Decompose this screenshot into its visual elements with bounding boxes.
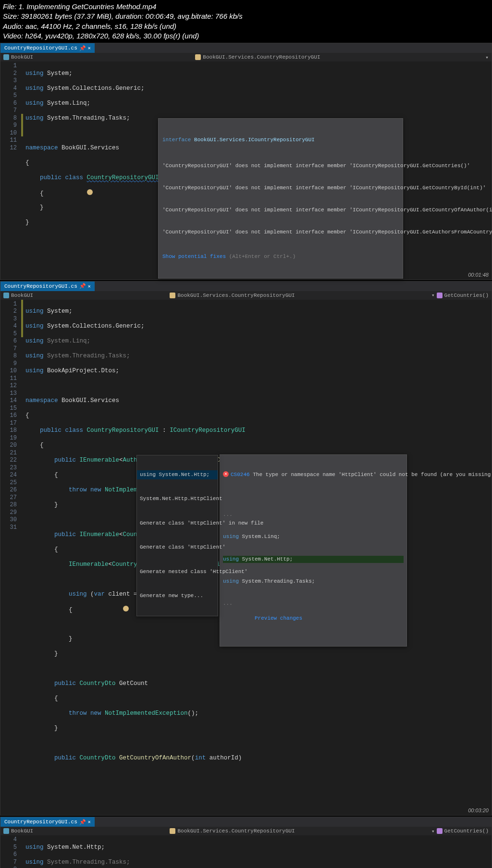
code-editor[interactable]: 1234567891011121314151617181920212223242… <box>0 300 492 816</box>
breadcrumb: BookGUI BookGUI.Services.CountryReposito… <box>0 291 492 300</box>
project-icon <box>3 293 9 298</box>
project-icon <box>3 828 9 834</box>
file-tab[interactable]: CountryRepositoryGUI.cs 📌 ✕ <box>0 43 95 53</box>
close-icon[interactable]: ✕ <box>88 45 91 51</box>
breadcrumb: BookGUI BookGUI.Services.CountryReposito… <box>0 53 492 61</box>
code-editor[interactable]: 4567891011121314151617181920212223242526… <box>0 835 492 868</box>
code-area[interactable]: using System; using System.Collections.G… <box>24 300 492 816</box>
tab-filename: CountryRepositoryGUI.cs <box>4 283 77 289</box>
preview-changes-link[interactable]: Preview changes <box>255 615 302 621</box>
class-icon <box>170 828 175 834</box>
editor-pane-2: CountryRepositoryGUI.cs 📌 ✕ BookGUI Book… <box>0 281 492 816</box>
class-icon <box>170 293 175 298</box>
meta-line-2: Size: 39180261 bytes (37.37 MiB), durati… <box>3 12 489 21</box>
error-icon: ✕ <box>223 471 229 477</box>
crumb-class[interactable]: BookGUI.Services.CountryRepositoryGUI <box>203 54 320 60</box>
lightbulb-icon[interactable] <box>123 606 129 611</box>
close-icon[interactable]: ✕ <box>88 283 91 289</box>
tab-bar: CountryRepositoryGUI.cs 📌 ✕ <box>0 281 492 291</box>
tab-filename: CountryRepositoryGUI.cs <box>4 819 77 825</box>
project-icon <box>3 54 9 60</box>
error-tooltip-2: ✕CS0246 The type or namespace name 'Http… <box>220 454 407 647</box>
quickfix-menu[interactable]: using System.Net.Http; System.Net.Http.H… <box>136 455 218 616</box>
pin-icon[interactable]: 📌 <box>79 819 86 825</box>
lightbulb-icon[interactable] <box>87 189 93 195</box>
editor-pane-1: CountryRepositoryGUI.cs 📌 ✕ BookGUI Book… <box>0 43 492 280</box>
close-icon[interactable]: ✕ <box>88 819 91 825</box>
code-area[interactable]: using System.Net.Http; using System.Thre… <box>24 835 492 868</box>
show-fixes-link[interactable]: Show potential fixes <box>162 254 226 259</box>
breadcrumb: BookGUI BookGUI.Services.CountryReposito… <box>0 827 492 835</box>
qf-item[interactable]: Generate class 'HttpClient' in new file <box>137 519 218 528</box>
class-icon <box>195 54 201 60</box>
pin-icon[interactable]: 📌 <box>79 283 86 289</box>
line-gutter: 123456789101112 <box>0 61 21 280</box>
tab-filename: CountryRepositoryGUI.cs <box>4 45 77 51</box>
line-gutter: 4567891011121314151617181920212223242526… <box>0 835 21 868</box>
code-area[interactable]: using System; using System.Collections.G… <box>24 61 492 280</box>
timestamp: 00:03:20 <box>468 807 489 813</box>
crumb-project[interactable]: BookGUI <box>11 54 33 60</box>
tab-bar: CountryRepositoryGUI.cs 📌 ✕ <box>0 817 492 827</box>
error-tooltip: interface BookGUI.Services.ICountryRepos… <box>158 118 403 279</box>
meta-line-1: File: 1. Implementing GetCountries Metho… <box>3 2 489 12</box>
code-editor[interactable]: 123456789101112 using System; using Syst… <box>0 61 492 280</box>
tab-bar: CountryRepositoryGUI.cs 📌 ✕ <box>0 43 492 53</box>
qf-item[interactable]: Generate new type... <box>137 591 218 601</box>
qf-item[interactable]: Generate class 'HttpClient' <box>137 543 218 552</box>
qf-item[interactable]: using System.Net.Http; <box>137 470 218 480</box>
method-icon <box>437 293 443 298</box>
timestamp: 00:01:48 <box>468 272 489 278</box>
method-icon <box>437 828 443 834</box>
qf-item[interactable]: System.Net.Http.HttpClient <box>137 494 218 504</box>
pin-icon[interactable]: 📌 <box>79 45 86 51</box>
meta-line-4: Video: h264, yuv420p, 1280x720, 628 kb/s… <box>3 31 489 41</box>
file-tab[interactable]: CountryRepositoryGUI.cs 📌 ✕ <box>0 281 95 291</box>
editor-pane-3: CountryRepositoryGUI.cs 📌 ✕ BookGUI Book… <box>0 817 492 868</box>
meta-line-3: Audio: aac, 44100 Hz, 2 channels, s16, 1… <box>3 22 489 31</box>
file-tab[interactable]: CountryRepositoryGUI.cs 📌 ✕ <box>0 817 95 827</box>
media-meta: File: 1. Implementing GetCountries Metho… <box>0 0 492 43</box>
line-gutter: 1234567891011121314151617181920212223242… <box>0 300 21 816</box>
qf-item[interactable]: Generate nested class 'HttpClient' <box>137 567 218 577</box>
